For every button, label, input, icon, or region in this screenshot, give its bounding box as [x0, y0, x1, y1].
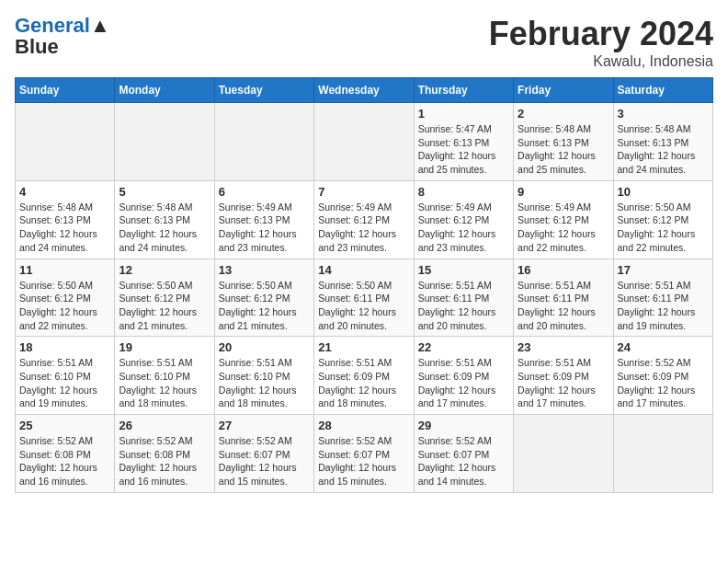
day-number: 28: [318, 419, 409, 432]
day-number: 24: [618, 340, 709, 354]
day-number: 22: [418, 340, 509, 354]
day-number: 6: [219, 185, 310, 199]
day-cell: 23Sunrise: 5:51 AM Sunset: 6:09 PM Dayli…: [514, 337, 613, 415]
day-cell: 12Sunrise: 5:50 AM Sunset: 6:12 PM Dayli…: [115, 259, 214, 337]
day-info: Sunrise: 5:51 AM Sunset: 6:11 PM Dayligh…: [618, 279, 709, 333]
day-cell: 15Sunrise: 5:51 AM Sunset: 6:11 PM Dayli…: [414, 259, 513, 337]
month-title: February 2024: [489, 15, 713, 53]
weekday-thursday: Thursday: [414, 78, 513, 103]
day-cell: 16Sunrise: 5:51 AM Sunset: 6:11 PM Dayli…: [514, 259, 613, 337]
day-number: 25: [19, 419, 110, 432]
day-number: 17: [618, 263, 709, 277]
day-number: 8: [418, 185, 509, 199]
day-number: 21: [318, 340, 409, 354]
day-cell: 10Sunrise: 5:50 AM Sunset: 6:12 PM Dayli…: [613, 180, 712, 259]
day-cell: 19Sunrise: 5:51 AM Sunset: 6:10 PM Dayli…: [115, 337, 214, 415]
day-info: Sunrise: 5:48 AM Sunset: 6:13 PM Dayligh…: [119, 201, 210, 255]
day-number: 15: [418, 263, 509, 277]
weekday-friday: Friday: [514, 78, 613, 103]
day-cell: 7Sunrise: 5:49 AM Sunset: 6:12 PM Daylig…: [314, 180, 414, 259]
day-cell: 24Sunrise: 5:52 AM Sunset: 6:09 PM Dayli…: [613, 337, 712, 415]
day-number: 4: [19, 185, 110, 199]
day-info: Sunrise: 5:51 AM Sunset: 6:10 PM Dayligh…: [219, 356, 310, 410]
day-cell: 11Sunrise: 5:50 AM Sunset: 6:12 PM Dayli…: [16, 259, 115, 337]
day-info: Sunrise: 5:52 AM Sunset: 6:07 PM Dayligh…: [318, 434, 409, 488]
day-info: Sunrise: 5:51 AM Sunset: 6:11 PM Dayligh…: [518, 279, 609, 333]
calendar-body: 1Sunrise: 5:47 AM Sunset: 6:13 PM Daylig…: [16, 103, 713, 493]
day-number: 14: [318, 263, 409, 277]
day-number: 23: [518, 340, 609, 354]
weekday-header-row: SundayMondayTuesdayWednesdayThursdayFrid…: [16, 78, 713, 103]
day-info: Sunrise: 5:50 AM Sunset: 6:11 PM Dayligh…: [318, 279, 409, 333]
day-info: Sunrise: 5:50 AM Sunset: 6:12 PM Dayligh…: [219, 279, 310, 333]
day-number: 29: [418, 419, 509, 432]
day-info: Sunrise: 5:49 AM Sunset: 6:12 PM Dayligh…: [318, 201, 409, 255]
day-info: Sunrise: 5:52 AM Sunset: 6:07 PM Dayligh…: [418, 434, 509, 488]
day-info: Sunrise: 5:51 AM Sunset: 6:09 PM Dayligh…: [318, 356, 409, 410]
day-number: 1: [418, 107, 509, 121]
day-number: 12: [119, 263, 210, 277]
day-cell: 8Sunrise: 5:49 AM Sunset: 6:12 PM Daylig…: [414, 180, 513, 259]
day-cell: 14Sunrise: 5:50 AM Sunset: 6:11 PM Dayli…: [314, 259, 414, 337]
day-number: 20: [219, 340, 310, 354]
logo-text: General▲: [15, 15, 110, 37]
day-info: Sunrise: 5:51 AM Sunset: 6:09 PM Dayligh…: [418, 356, 509, 410]
week-row-2: 4Sunrise: 5:48 AM Sunset: 6:13 PM Daylig…: [16, 180, 713, 259]
day-cell: [16, 103, 115, 181]
weekday-wednesday: Wednesday: [314, 78, 414, 103]
day-cell: 4Sunrise: 5:48 AM Sunset: 6:13 PM Daylig…: [16, 180, 115, 259]
day-number: 11: [19, 263, 110, 277]
day-info: Sunrise: 5:50 AM Sunset: 6:12 PM Dayligh…: [119, 279, 210, 333]
day-number: 13: [219, 263, 310, 277]
week-row-4: 18Sunrise: 5:51 AM Sunset: 6:10 PM Dayli…: [16, 337, 713, 415]
day-info: Sunrise: 5:47 AM Sunset: 6:13 PM Dayligh…: [418, 122, 509, 177]
day-info: Sunrise: 5:52 AM Sunset: 6:09 PM Dayligh…: [618, 356, 709, 410]
day-cell: 21Sunrise: 5:51 AM Sunset: 6:09 PM Dayli…: [314, 337, 414, 415]
location: Kawalu, Indonesia: [489, 53, 713, 70]
day-info: Sunrise: 5:50 AM Sunset: 6:12 PM Dayligh…: [19, 279, 110, 333]
week-row-5: 25Sunrise: 5:52 AM Sunset: 6:08 PM Dayli…: [16, 415, 713, 493]
day-info: Sunrise: 5:49 AM Sunset: 6:13 PM Dayligh…: [219, 201, 310, 255]
day-cell: 13Sunrise: 5:50 AM Sunset: 6:12 PM Dayli…: [214, 259, 313, 337]
day-cell: 29Sunrise: 5:52 AM Sunset: 6:07 PM Dayli…: [414, 415, 513, 493]
day-number: 2: [518, 107, 609, 121]
day-cell: [514, 415, 613, 493]
day-number: 18: [19, 340, 110, 354]
day-info: Sunrise: 5:49 AM Sunset: 6:12 PM Dayligh…: [518, 201, 609, 255]
calendar-header: SundayMondayTuesdayWednesdayThursdayFrid…: [16, 78, 713, 103]
day-number: 26: [119, 419, 210, 432]
day-info: Sunrise: 5:50 AM Sunset: 6:12 PM Dayligh…: [618, 201, 709, 255]
day-number: 10: [618, 185, 709, 199]
weekday-tuesday: Tuesday: [214, 78, 313, 103]
day-info: Sunrise: 5:51 AM Sunset: 6:11 PM Dayligh…: [418, 279, 509, 333]
day-info: Sunrise: 5:48 AM Sunset: 6:13 PM Dayligh…: [618, 122, 709, 177]
day-info: Sunrise: 5:52 AM Sunset: 6:08 PM Dayligh…: [119, 434, 210, 488]
day-info: Sunrise: 5:51 AM Sunset: 6:09 PM Dayligh…: [518, 356, 609, 410]
day-cell: [613, 415, 712, 493]
day-number: 7: [318, 185, 409, 199]
day-info: Sunrise: 5:51 AM Sunset: 6:10 PM Dayligh…: [119, 356, 210, 410]
day-info: Sunrise: 5:52 AM Sunset: 6:08 PM Dayligh…: [19, 434, 110, 488]
day-cell: 6Sunrise: 5:49 AM Sunset: 6:13 PM Daylig…: [214, 180, 313, 259]
calendar-table: SundayMondayTuesdayWednesdayThursdayFrid…: [15, 77, 713, 493]
day-cell: [214, 103, 313, 181]
day-cell: 27Sunrise: 5:52 AM Sunset: 6:07 PM Dayli…: [214, 415, 313, 493]
title-block: February 2024 Kawalu, Indonesia: [489, 15, 713, 70]
day-number: 27: [219, 419, 310, 432]
day-number: 19: [119, 340, 210, 354]
day-cell: 18Sunrise: 5:51 AM Sunset: 6:10 PM Dayli…: [16, 337, 115, 415]
day-cell: [314, 103, 414, 181]
logo-text2: Blue: [15, 37, 110, 57]
day-number: 9: [518, 185, 609, 199]
day-cell: 26Sunrise: 5:52 AM Sunset: 6:08 PM Dayli…: [115, 415, 214, 493]
day-cell: 28Sunrise: 5:52 AM Sunset: 6:07 PM Dayli…: [314, 415, 414, 493]
logo: General▲ Blue: [15, 15, 110, 57]
day-info: Sunrise: 5:52 AM Sunset: 6:07 PM Dayligh…: [219, 434, 310, 488]
day-cell: 3Sunrise: 5:48 AM Sunset: 6:13 PM Daylig…: [613, 103, 712, 181]
day-info: Sunrise: 5:48 AM Sunset: 6:13 PM Dayligh…: [19, 201, 110, 255]
weekday-sunday: Sunday: [16, 78, 115, 103]
day-number: 5: [119, 185, 210, 199]
day-info: Sunrise: 5:48 AM Sunset: 6:13 PM Dayligh…: [518, 122, 609, 177]
day-number: 16: [518, 263, 609, 277]
week-row-1: 1Sunrise: 5:47 AM Sunset: 6:13 PM Daylig…: [16, 103, 713, 181]
